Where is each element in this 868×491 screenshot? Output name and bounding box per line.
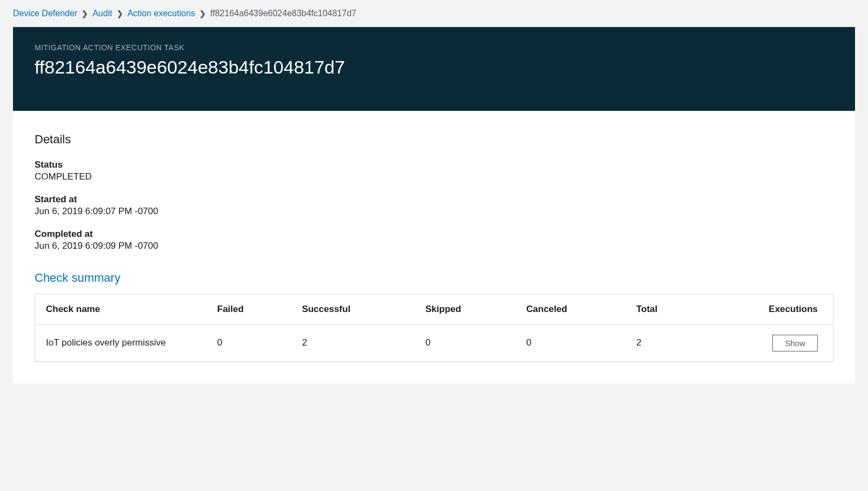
detail-completed-at: Completed at Jun 6, 2019 6:09:09 PM -070… [35,229,833,251]
detail-started-at: Started at Jun 6, 2019 6:09:07 PM -0700 [35,194,833,217]
show-button[interactable]: Show [772,335,818,351]
check-summary-table-wrap: Check name Failed Successful Skipped Can… [35,294,833,362]
chevron-right-icon: ❯ [117,9,123,18]
detail-status-label: Status [35,160,833,170]
detail-started-at-value: Jun 6, 2019 6:09:07 PM -0700 [35,206,833,217]
col-check-name: Check name [35,294,206,325]
cell-successful: 2 [291,324,415,361]
col-successful: Successful [291,294,415,325]
breadcrumb-link-audit[interactable]: Audit [92,9,112,18]
check-summary-table: Check name Failed Successful Skipped Can… [35,294,833,361]
detail-status-value: COMPLETED [35,171,833,182]
breadcrumb-link-action-executions[interactable]: Action executions [128,9,195,18]
table-row: IoT policies overly permissive 0 2 0 0 2… [35,324,833,361]
col-canceled: Canceled [516,294,625,325]
col-failed: Failed [206,294,291,325]
col-executions: Executions [701,294,833,325]
content-area: Details Status COMPLETED Started at Jun … [13,111,855,383]
col-skipped: Skipped [415,294,516,325]
breadcrumb-current: ff82164a6439e6024e83b4fc104817d7 [210,9,356,18]
detail-completed-at-label: Completed at [35,229,833,240]
details-title: Details [35,132,833,147]
cell-total: 2 [625,324,701,361]
main-card: MITIGATION ACTION EXECUTION TASK ff82164… [13,27,855,383]
chevron-right-icon: ❯ [199,9,206,18]
chevron-right-icon: ❯ [82,9,88,18]
page-header: MITIGATION ACTION EXECUTION TASK ff82164… [13,27,855,111]
cell-failed: 0 [206,324,291,361]
col-total: Total [625,294,701,325]
cell-executions: Show [701,324,833,361]
breadcrumb-link-device-defender[interactable]: Device Defender [13,9,77,18]
detail-completed-at-value: Jun 6, 2019 6:09:09 PM -0700 [35,241,833,251]
detail-started-at-label: Started at [35,194,833,205]
table-header-row: Check name Failed Successful Skipped Can… [35,294,833,325]
cell-canceled: 0 [516,324,625,361]
page-title: ff82164a6439e6024e83b4fc104817d7 [35,56,833,78]
cell-skipped: 0 [415,324,516,361]
detail-status: Status COMPLETED [35,160,833,182]
page-header-label: MITIGATION ACTION EXECUTION TASK [35,43,833,52]
cell-check-name: IoT policies overly permissive [35,324,206,361]
breadcrumb: Device Defender ❯ Audit ❯ Action executi… [0,0,868,27]
check-summary-title: Check summary [35,271,833,285]
